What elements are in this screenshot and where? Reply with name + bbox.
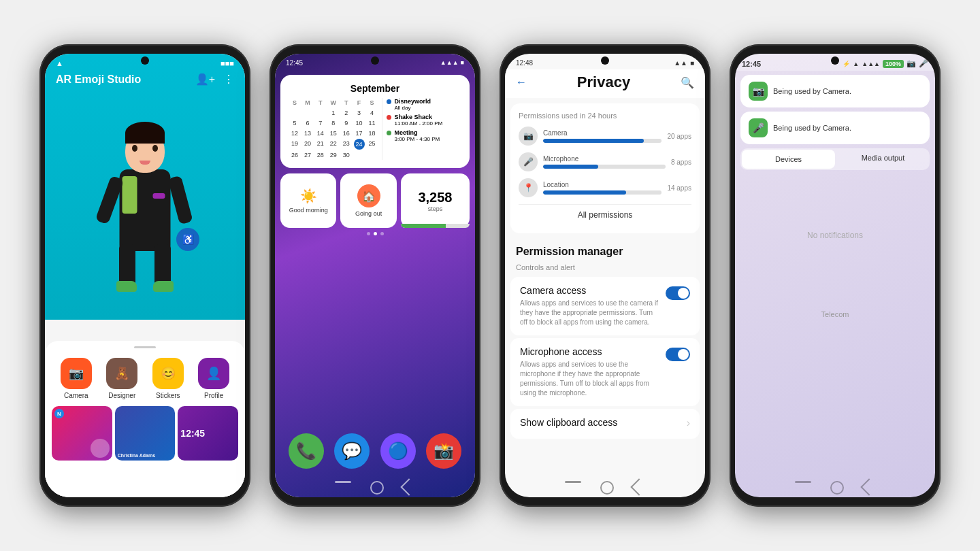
calendar-widget[interactable]: September S M T W T F S — [280, 75, 470, 168]
cal-day-21[interactable]: 21 — [314, 139, 327, 150]
controls-label: Controls and alert — [505, 261, 705, 274]
nav-home[interactable] — [140, 481, 154, 495]
camera-access-setting[interactable]: Camera access Allows apps and services t… — [510, 277, 700, 335]
cal-day-11[interactable]: 11 — [366, 118, 378, 128]
cal-day-6[interactable]: 6 — [301, 118, 314, 128]
notif-mic[interactable]: 🎤 Being used by Camera. — [740, 112, 930, 144]
event-shakeshack[interactable]: Shake Shack 11:00 AM - 2:00 PM — [387, 114, 461, 127]
permission-manager-title[interactable]: Permission manager — [505, 239, 705, 261]
cal-day-30[interactable]: 30 — [340, 150, 353, 160]
all-permissions-btn[interactable]: All permissions — [519, 204, 691, 225]
cal-day-5[interactable]: 5 — [289, 118, 301, 128]
cal-day-2[interactable]: 2 — [340, 108, 353, 118]
cal-day-3[interactable]: 3 — [353, 108, 365, 118]
weather-widget[interactable]: ☀️ Good morning — [280, 173, 336, 228]
dock-messages[interactable]: 💬 — [334, 433, 370, 469]
phone1-header: AR Emoji Studio 👤+ ⋮ — [45, 70, 245, 91]
phone1-camera — [141, 56, 149, 65]
cal-day-23[interactable]: 23 — [340, 139, 353, 150]
cal-day-25[interactable]: 25 — [366, 139, 378, 150]
nav-back-2[interactable] — [400, 478, 417, 495]
cal-day-7[interactable]: 7 — [314, 118, 327, 128]
menu-item-stickers[interactable]: 😊 Stickers — [152, 358, 184, 399]
cal-day-12[interactable]: 12 — [289, 129, 301, 138]
dock-camera[interactable]: 📸 — [426, 433, 461, 469]
menu-item-camera[interactable]: 📷 Camera — [61, 358, 92, 399]
add-person-icon[interactable]: 👤+ — [195, 73, 215, 86]
event-disneyworld[interactable]: Disneyworld All day — [387, 98, 461, 111]
cal-day-18[interactable]: 18 — [366, 129, 378, 138]
phone-1: ▲ ■■■ AR Emoji Studio 👤+ ⋮ — [39, 44, 250, 507]
cal-day-13[interactable]: 13 — [301, 129, 314, 138]
cal-day-4[interactable]: 4 — [366, 108, 378, 118]
cal-day-1[interactable]: 1 — [327, 108, 340, 118]
cal-day-8[interactable]: 8 — [327, 118, 340, 128]
event-dot-2 — [387, 115, 391, 120]
tab-media-output[interactable]: Media output — [836, 148, 930, 170]
cal-day-27[interactable]: 27 — [301, 150, 314, 160]
phone-4: 12:45 ⚡ ▲ ▲▲▲ 100% 📷 🎤 📷 Being used by C… — [730, 44, 941, 507]
cal-day-10[interactable]: 10 — [353, 118, 365, 128]
stickers-label: Stickers — [156, 392, 180, 399]
nav-home-4[interactable] — [830, 481, 844, 495]
wifi-icon-p4: ▲ — [853, 61, 859, 67]
thumb-1[interactable]: N — [52, 406, 112, 461]
cal-day-28[interactable]: 28 — [314, 150, 327, 160]
wifi-icon: ▲ — [56, 59, 63, 67]
nav-home-2[interactable] — [370, 481, 384, 495]
cal-day-14[interactable]: 14 — [314, 129, 327, 138]
menu-item-profile[interactable]: 👤 Profile — [198, 358, 229, 399]
nav-home-3[interactable] — [600, 481, 614, 495]
thumb-2-text: Christina Adams — [118, 453, 155, 458]
cal-day-20[interactable]: 20 — [301, 139, 314, 150]
cal-day-26[interactable]: 26 — [289, 150, 301, 160]
search-icon[interactable]: 🔍 — [681, 76, 694, 89]
cal-day-24-today[interactable]: 24 — [354, 139, 365, 150]
cal-day-15[interactable]: 15 — [327, 129, 340, 138]
dock-phone[interactable]: 📞 — [289, 433, 324, 469]
p3-signal: ▲▲ — [674, 59, 687, 67]
nav-back-3[interactable] — [630, 478, 647, 495]
mic-bar-fill — [543, 165, 598, 169]
tab-devices[interactable]: Devices — [742, 150, 835, 169]
camera-setting-desc: Allows apps and services to use the came… — [520, 299, 659, 327]
event-meeting[interactable]: Meeting 3:00 PM - 4:30 PM — [387, 129, 461, 142]
thumb-2[interactable]: Christina Adams — [115, 406, 176, 461]
steps-widget[interactable]: 3,258 steps — [401, 173, 470, 228]
clipboard-setting-text: Show clipboard access — [520, 417, 687, 431]
cal-day-29[interactable]: 29 — [327, 150, 340, 160]
camera-bar-fill — [543, 139, 644, 143]
cal-day-19[interactable]: 19 — [289, 139, 301, 150]
nav-recents-2[interactable] — [335, 481, 351, 483]
steps-label: steps — [428, 205, 443, 212]
nav-recents-4[interactable] — [795, 481, 811, 483]
phone-4-screen: 12:45 ⚡ ▲ ▲▲▲ 100% 📷 🎤 📷 Being used by C… — [735, 54, 935, 497]
p3-time: 12:48 — [516, 59, 533, 67]
clipboard-setting[interactable]: Show clipboard access › — [510, 409, 700, 439]
routine-widget[interactable]: 🏠 Going out — [340, 173, 396, 228]
ar-emoji-screen: ▲ ■■■ AR Emoji Studio 👤+ ⋮ — [45, 54, 245, 497]
mic-access-setting[interactable]: Microphone access Allows apps and servic… — [510, 338, 700, 406]
camera-toggle[interactable] — [666, 286, 690, 300]
menu-item-designer[interactable]: 🧸 Designer — [106, 358, 137, 399]
notif-camera[interactable]: 📷 Being used by Camera. — [740, 75, 930, 107]
dock-app3[interactable]: 🔵 — [380, 433, 416, 469]
back-icon[interactable]: ← — [516, 76, 527, 88]
nav-back-4[interactable] — [860, 478, 877, 495]
nav-recents[interactable] — [105, 481, 121, 483]
nav-back[interactable] — [170, 478, 187, 495]
widgets-row: ☀️ Good morning 🏠 Going out 3,258 steps — [280, 173, 470, 228]
event-2-info: Shake Shack 11:00 AM - 2:00 PM — [394, 114, 442, 127]
signal-icon: ▲▲▲ — [440, 59, 459, 67]
more-icon[interactable]: ⋮ — [223, 73, 234, 86]
cal-day-16[interactable]: 16 — [340, 129, 353, 138]
app-title: AR Emoji Studio — [56, 73, 141, 86]
nav-recents-3[interactable] — [565, 481, 581, 483]
cal-day-17[interactable]: 17 — [353, 129, 365, 138]
thumb-3[interactable]: 12:45 — [178, 406, 238, 461]
battery-icon: ■ — [461, 59, 464, 67]
phone-2-screen: 12:45 ▲▲▲ ■ September S M T — [275, 54, 475, 497]
cal-day-9[interactable]: 9 — [340, 118, 353, 128]
mic-toggle[interactable] — [666, 348, 690, 361]
cal-day-22[interactable]: 22 — [327, 139, 340, 150]
